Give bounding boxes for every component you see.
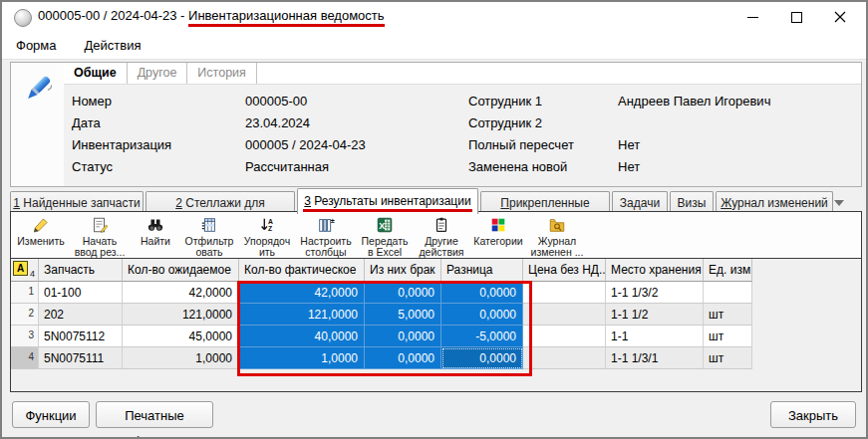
cell-price[interactable] [523, 347, 606, 369]
sort-az-icon: AZ [258, 215, 276, 235]
column-header-diff[interactable]: Разница [441, 259, 523, 282]
toolbar-button-find[interactable]: Найти [131, 212, 180, 258]
maximize-button[interactable] [774, 2, 818, 32]
record-form-panel: Общие Другое История Номер 000005-00 Дат… [64, 62, 862, 187]
cell-actual[interactable]: 42,0000 [239, 282, 365, 304]
toolbar-button-export-excel[interactable]: X Передатьв Excel [356, 212, 414, 258]
table-toolbar: Изменить Начатьввод рез... Найти Отфильт… [11, 212, 861, 259]
field-label-nomer: Номер [72, 94, 112, 109]
cell-unit[interactable] [704, 282, 752, 304]
cell-unit[interactable]: шт [704, 304, 752, 326]
table-header-row: A4 Запчасть Кол-во ожидаемое Кол-во факт… [11, 259, 861, 282]
tab-page-content: Изменить Начатьввод рез... Найти Отфильт… [10, 211, 862, 392]
toolbar-button-change-log[interactable]: Журнализменен ... [527, 212, 587, 258]
column-header-location[interactable]: Место хранения [606, 259, 704, 282]
functions-button[interactable]: Функции [12, 401, 90, 428]
tab-rezultaty-inventarizacii[interactable]: 3 Результаты инвентаризации [297, 188, 478, 214]
cell-defect[interactable]: 0,0000 [365, 282, 441, 304]
table-row: 1 01-100 42,0000 42,0000 0,0000 0,0000 1… [11, 282, 861, 304]
cell-diff[interactable]: 0,0000 [441, 304, 523, 326]
column-header-expected[interactable]: Кол-во ожидаемое [123, 259, 239, 282]
table-row: 2 202 121,0000 121,0000 5,0000 0,0000 1-… [11, 304, 861, 326]
cell-expected[interactable]: 45,0000 [123, 326, 239, 347]
cell-actual[interactable]: 1,0000 [239, 347, 365, 369]
clipboard-icon [433, 215, 450, 235]
toolbar-button-sort[interactable]: AZ Упорядочить [238, 212, 296, 258]
footer-bar: Функции Печатные формы Закрыть [2, 392, 866, 437]
row-number[interactable]: 1 [11, 282, 39, 304]
column-header-part[interactable]: Запчасть [39, 259, 123, 282]
table-row: 4 5N0075111 1,0000 1,0000 0,0000 0,0000 … [11, 347, 861, 369]
cell-location[interactable]: 1-1 1/3/2 [606, 282, 704, 304]
columns-settings-icon: ± [317, 215, 335, 235]
close-form-button[interactable]: Закрыть [770, 401, 856, 428]
minimize-button[interactable] [730, 2, 774, 32]
cell-defect[interactable]: 5,0000 [365, 304, 441, 326]
row-number[interactable]: 4 [11, 347, 39, 369]
column-header-defect[interactable]: Из них брак [365, 259, 441, 282]
toolbar-button-categories[interactable]: Категории [469, 212, 527, 258]
cell-diff[interactable]: 0,0000 [441, 282, 523, 304]
select-all-corner[interactable]: A4 [11, 259, 39, 282]
toolbar-button-filter[interactable]: Отфильтровать [180, 212, 238, 258]
cell-price[interactable] [523, 326, 606, 347]
cell-unit[interactable]: шт [704, 326, 752, 347]
cell-location[interactable]: 1-1 1/2 [606, 304, 704, 326]
annotation-tab-underline [303, 209, 472, 212]
pencil-icon [32, 215, 50, 235]
blue-pen-icon [18, 69, 58, 109]
cell-expected[interactable]: 121,0000 [123, 304, 239, 326]
toolbar-button-edit[interactable]: Изменить [13, 212, 69, 258]
field-value-nomer: 000005-00 [245, 94, 307, 109]
cell-part[interactable]: 202 [39, 304, 123, 326]
field-value-polnyj-pereschet: Нет [618, 137, 640, 152]
cell-defect[interactable]: 0,0000 [365, 347, 441, 369]
print-forms-button[interactable]: Печатные формы [96, 401, 213, 428]
svg-text:±: ± [331, 216, 335, 225]
cell-expected[interactable]: 42,0000 [123, 282, 239, 304]
cell-diff-focused[interactable]: 0,0000 [441, 347, 523, 369]
cell-location[interactable]: 1-1 [606, 326, 704, 347]
column-header-unit[interactable]: Ед. изм. [704, 259, 752, 282]
tab-overflow-button[interactable] [829, 196, 849, 210]
table-row: 3 5N0075112 45,0000 40,0000 0,0000 -5,00… [11, 326, 861, 347]
form-tab-obshchie[interactable]: Общие [64, 63, 128, 84]
row-number[interactable]: 2 [11, 304, 39, 326]
excel-icon: X [376, 215, 394, 235]
svg-text:X: X [379, 221, 385, 231]
menu-deystviya[interactable]: Действия [71, 32, 155, 59]
column-header-price[interactable]: Цена без НД... [523, 259, 606, 282]
form-tab-istoriya[interactable]: История [187, 63, 256, 84]
cell-part[interactable]: 5N0075112 [39, 326, 123, 347]
cell-actual[interactable]: 121,0000 [239, 304, 365, 326]
cell-actual[interactable]: 40,0000 [239, 326, 365, 347]
svg-text:A: A [268, 218, 273, 225]
row-number[interactable]: 3 [11, 326, 39, 347]
menu-forma[interactable]: Форма [2, 32, 71, 59]
cell-unit[interactable]: шт [704, 347, 752, 369]
toolbar-button-other-actions[interactable]: Другиедействия [414, 212, 469, 258]
cell-price[interactable] [523, 304, 606, 326]
document-pencil-icon [91, 215, 109, 235]
toolbar-button-start-input[interactable]: Начатьввод рез... [69, 212, 131, 258]
toolbar-button-configure-columns[interactable]: ± Настроитьстолбцы [296, 212, 356, 258]
titlebar: 000005-00 / 2024-04-23 - Инвентаризацион… [2, 2, 866, 32]
field-value-zamenena-novoj: Нет [618, 159, 640, 174]
window-title-prefix: 000005-00 / 2024-04-23 - [38, 8, 188, 23]
cell-part[interactable]: 5N0075111 [39, 347, 123, 369]
cell-location[interactable]: 1-1 1/3/1 [606, 347, 704, 369]
form-tab-drugoe[interactable]: Другое [128, 63, 188, 84]
color-squares-icon [489, 215, 507, 235]
cell-defect[interactable]: 0,0000 [365, 326, 441, 347]
field-value-data: 23.04.2024 [245, 115, 310, 130]
field-label-data: Дата [72, 115, 101, 130]
close-button[interactable] [818, 2, 862, 32]
field-value-inventarizaciya: 000005 / 2024-04-23 [245, 137, 366, 152]
app-window: 000005-00 / 2024-04-23 - Инвентаризацион… [0, 0, 868, 439]
column-header-actual[interactable]: Кол-во фактическое [239, 259, 365, 282]
cell-diff[interactable]: -5,0000 [441, 326, 523, 347]
cell-price[interactable] [523, 282, 606, 304]
cell-part[interactable]: 01-100 [39, 282, 123, 304]
cell-expected[interactable]: 1,0000 [123, 347, 239, 369]
row-count: 4 [30, 269, 35, 279]
